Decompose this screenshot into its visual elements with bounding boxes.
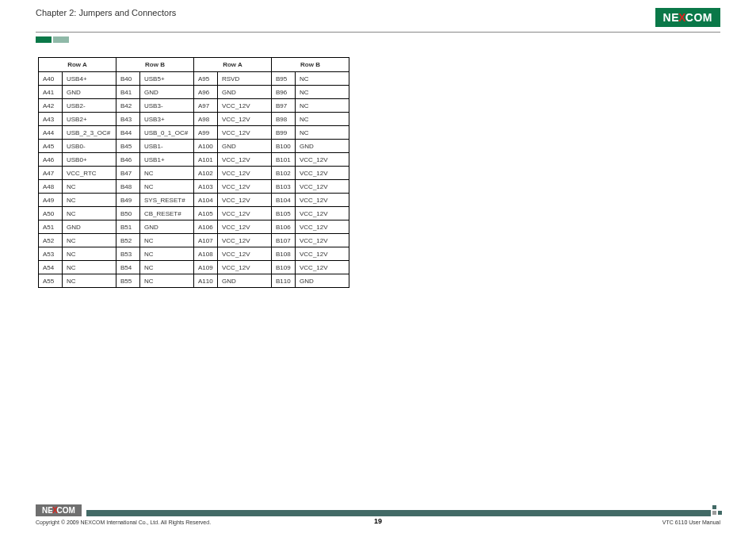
pin-id: B48	[116, 180, 140, 194]
pin-value: USB_0_1_OC#	[140, 126, 194, 140]
pin-value: VCC_12V	[218, 194, 272, 207]
pin-value: NC	[63, 207, 116, 220]
pin-value: USB5+	[140, 72, 194, 86]
pin-value: NC	[63, 247, 116, 261]
pin-id: A97	[194, 99, 218, 113]
pin-value: GND	[218, 86, 272, 99]
pin-value: VCC_12V	[218, 220, 272, 234]
pin-value: GND	[140, 86, 194, 99]
pin-id: B103	[272, 180, 296, 194]
table-row: A51GNDB51GNDA106VCC_12VB106VCC_12V	[39, 220, 349, 234]
pin-id: B107	[272, 234, 296, 247]
pin-id: B101	[272, 153, 296, 167]
pin-id: A44	[39, 126, 63, 140]
table-row: A52NCB52NCA107VCC_12VB107VCC_12V	[39, 234, 349, 247]
col-row-a-2: Row A	[194, 58, 272, 72]
table-row: A41GNDB41GNDA96GNDB96NC	[39, 86, 349, 99]
pin-value: NC	[140, 247, 194, 261]
pin-id: A53	[39, 247, 63, 261]
pin-id: A43	[39, 113, 63, 126]
table-row: A42USB2-B42USB3-A97VCC_12VB97NC	[39, 99, 349, 113]
pin-id: B43	[116, 113, 140, 126]
pin-id: A102	[194, 167, 218, 180]
pin-value: NC	[140, 261, 194, 274]
pin-id: A105	[194, 207, 218, 220]
pin-id: A46	[39, 153, 63, 167]
logo-pre: NE	[663, 11, 679, 24]
pin-value: RSVD	[218, 72, 272, 86]
pin-id: A41	[39, 86, 63, 99]
pin-id: A50	[39, 207, 63, 220]
pin-id: A47	[39, 167, 63, 180]
pin-value: VCC_12V	[218, 167, 272, 180]
pin-id: B50	[116, 207, 140, 220]
pin-value: GND	[218, 274, 272, 288]
pin-value: USB1-	[140, 140, 194, 153]
col-row-b-2: Row B	[272, 58, 349, 72]
table-row: A50NCB50CB_RESET#A105VCC_12VB105VCC_12V	[39, 207, 349, 220]
pin-value: NC	[296, 126, 349, 140]
pin-value: USB_2_3_OC#	[63, 126, 116, 140]
pin-id: A109	[194, 261, 218, 274]
pin-id: B51	[116, 220, 140, 234]
pin-id: B109	[272, 261, 296, 274]
page-number: 19	[374, 517, 382, 525]
pin-id: B105	[272, 207, 296, 220]
pin-value: VCC_12V	[218, 126, 272, 140]
pin-id: B52	[116, 234, 140, 247]
pin-id: B41	[116, 86, 140, 99]
accent-blocks	[36, 36, 756, 43]
pin-value: VCC_12V	[218, 180, 272, 194]
pin-value: GND	[63, 86, 116, 99]
pin-value: NC	[140, 180, 194, 194]
pin-value: USB3-	[140, 99, 194, 113]
pin-id: B97	[272, 99, 296, 113]
accent-block-dark	[36, 36, 52, 43]
pin-value: VCC_12V	[218, 99, 272, 113]
col-row-b-1: Row B	[116, 58, 194, 72]
pin-id: A42	[39, 99, 63, 113]
pin-value: CB_RESET#	[140, 207, 194, 220]
pin-value: USB0+	[63, 153, 116, 167]
pin-value: NC	[140, 274, 194, 288]
pin-id: A51	[39, 220, 63, 234]
pin-table: Row A Row B Row A Row B A40USB4+B40USB5+…	[38, 57, 349, 288]
pin-value: GND	[296, 274, 349, 288]
footer-logo-wrap: NEXCOM	[36, 502, 86, 516]
nexcom-logo-top: NEXCOM	[655, 8, 720, 27]
table-row: A48NCB48NCA103VCC_12VB103VCC_12V	[39, 180, 349, 194]
pin-value: VCC_12V	[218, 234, 272, 247]
pin-value: NC	[296, 86, 349, 99]
pin-value: VCC_RTC	[63, 167, 116, 180]
pin-id: A40	[39, 72, 63, 86]
pin-value: VCC_12V	[296, 247, 349, 261]
footer-bar: NEXCOM	[36, 510, 720, 516]
table-row: A47VCC_RTCB47NCA102VCC_12VB102VCC_12V	[39, 167, 349, 180]
pin-value: USB3+	[140, 113, 194, 126]
pin-value: NC	[140, 167, 194, 180]
pin-value: VCC_12V	[296, 194, 349, 207]
pin-value: VCC_12V	[296, 234, 349, 247]
pin-id: B45	[116, 140, 140, 153]
pin-value: GND	[63, 220, 116, 234]
pin-value: VCC_12V	[218, 207, 272, 220]
content-area: Row A Row B Row A Row B A40USB4+B40USB5+…	[0, 43, 756, 288]
pin-id: B95	[272, 72, 296, 86]
pin-id: A108	[194, 247, 218, 261]
pin-value: NC	[296, 99, 349, 113]
pin-value: GND	[218, 140, 272, 153]
pin-id: A110	[194, 274, 218, 288]
pin-id: B102	[272, 167, 296, 180]
pin-value: SYS_RESET#	[140, 194, 194, 207]
pin-value: VCC_12V	[296, 207, 349, 220]
header-rule	[36, 32, 720, 33]
pin-id: A55	[39, 274, 63, 288]
pin-id: A103	[194, 180, 218, 194]
pin-value: VCC_12V	[218, 153, 272, 167]
pin-value: NC	[140, 234, 194, 247]
pin-id: B108	[272, 247, 296, 261]
table-row: A53NCB53NCA108VCC_12VB108VCC_12V	[39, 247, 349, 261]
table-row: A49NCB49SYS_RESET#A104VCC_12VB104VCC_12V	[39, 194, 349, 207]
pin-id: A100	[194, 140, 218, 153]
pin-value: VCC_12V	[296, 153, 349, 167]
